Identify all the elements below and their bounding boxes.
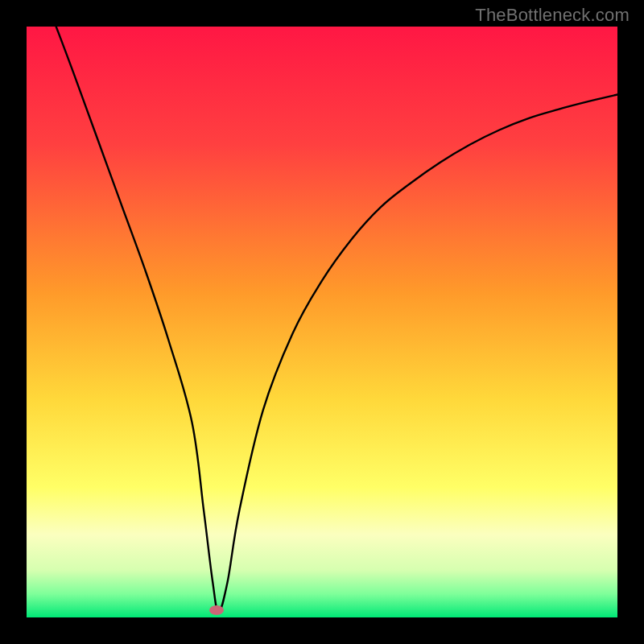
bottleneck-curve [27,27,617,617]
plot-area [27,27,617,617]
chart-frame: TheBottleneck.com [0,0,644,644]
watermark-text: TheBottleneck.com [475,5,630,26]
optimal-point-marker [209,605,224,615]
